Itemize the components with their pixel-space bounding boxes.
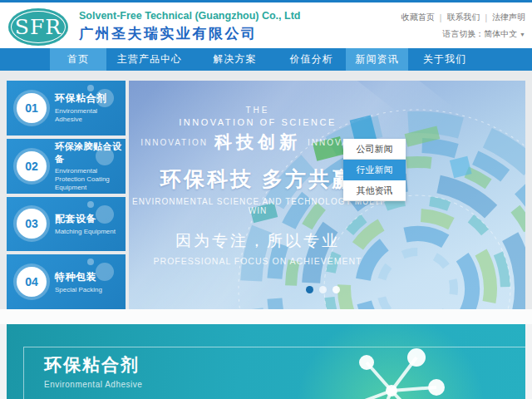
link-bookmark-home[interactable]: 收藏首页 xyxy=(401,12,435,23)
banner-line3-left: INNOVATION xyxy=(140,138,208,147)
product-section-wrapper: 环保粘合剂 Environmental Adhesive xyxy=(0,324,532,390)
carousel-dot-3[interactable] xyxy=(332,286,340,293)
dropdown-item-industry-news[interactable]: 行业新闻 xyxy=(343,160,406,180)
nav-item-about[interactable]: 关于我们 xyxy=(408,48,481,71)
sidebar-item-subtitle: Special Packing xyxy=(55,286,102,294)
sidebar-item-matching-equipment[interactable]: 03 配套设备 Matching Equipment xyxy=(7,197,126,252)
language-switcher[interactable]: 语言切换：简体中文 ▼ xyxy=(401,28,525,40)
carousel-dot-2[interactable] xyxy=(319,286,327,293)
decor-bubble xyxy=(87,143,94,150)
nav-item-home[interactable]: 首页 xyxy=(50,48,106,71)
company-name-block: Solvent-Free Technical (Guangzhou) Co., … xyxy=(79,10,300,43)
decor-bubble xyxy=(87,201,94,208)
product-category-sidebar: 01 环保粘合剂 Environmental Adhesive 02 环保涂胶贴… xyxy=(7,81,126,309)
link-separator: | xyxy=(440,13,442,22)
company-name-en: Solvent-Free Technical (Guangzhou) Co., … xyxy=(79,10,300,22)
company-logo[interactable]: SFR xyxy=(8,8,68,46)
banner-line1: THE xyxy=(129,106,387,115)
decor-bubble xyxy=(96,89,114,107)
section-gap xyxy=(0,309,532,324)
banner-slogan-en: PROFESSIONAL FOCUS ON ACHIEVEMENT xyxy=(129,256,387,266)
product-section-subtitle: Environmental Adhesive xyxy=(44,380,142,389)
banner-line3-center: 科技创新 xyxy=(214,131,301,154)
main-nav: 首页 主营产品中心 解决方案 价值分析 新闻资讯 关于我们 xyxy=(0,48,532,71)
dropdown-item-company-news[interactable]: 公司新闻 xyxy=(343,139,406,160)
decor-bubble xyxy=(96,263,114,281)
carousel-dots xyxy=(306,286,340,293)
top-links: 收藏首页 | 联系我们 | 法律声明 xyxy=(401,12,525,23)
hero-banner-slide: THE INNOVATION OF SCIENCE INNOVATION 科技创… xyxy=(129,81,525,309)
banner-line2: INNOVATION OF SCIENCE xyxy=(129,117,387,127)
sidebar-item-subtitle: Matching Equipment xyxy=(55,228,116,236)
item-number-badge: 04 xyxy=(17,267,47,297)
hero-region: 01 环保粘合剂 Environmental Adhesive 02 环保涂胶贴… xyxy=(0,71,532,309)
decor-bubble xyxy=(87,85,94,91)
nav-item-solutions[interactable]: 解决方案 xyxy=(193,48,277,71)
language-label: 语言切换：简体中文 xyxy=(442,29,517,38)
site-header: SFR Solvent-Free Technical (Guangzhou) C… xyxy=(0,2,532,48)
chevron-down-icon: ▼ xyxy=(520,32,525,37)
carousel-dot-1[interactable] xyxy=(306,286,313,293)
sidebar-item-subtitle: Environmental Protection Coating Equipme… xyxy=(55,167,126,192)
decor-bubble xyxy=(96,205,114,224)
sidebar-item-title: 环保粘合剂 xyxy=(55,91,126,106)
nav-item-products[interactable]: 主营产品中心 xyxy=(106,48,193,71)
link-legal-notice[interactable]: 法律声明 xyxy=(492,12,525,23)
dropdown-item-other-news[interactable]: 其他资讯 xyxy=(343,180,406,201)
nav-item-news[interactable]: 新闻资讯 xyxy=(346,48,408,71)
item-number-badge: 02 xyxy=(17,151,47,181)
sidebar-item-subtitle: Environmental Adhesive xyxy=(55,107,126,124)
product-section-title: 环保粘合剂 xyxy=(44,353,142,377)
molecule-graphic xyxy=(327,339,468,399)
news-dropdown-menu: 公司新闻 行业新闻 其他资讯 xyxy=(343,139,406,201)
item-number-badge: 03 xyxy=(17,209,47,239)
banner-slogan: 因为专注，所以专业 xyxy=(129,230,387,252)
item-number-badge: 01 xyxy=(17,93,47,123)
link-contact-us[interactable]: 联系我们 xyxy=(446,12,480,23)
decor-bubble xyxy=(96,147,114,165)
product-section-banner[interactable]: 环保粘合剂 Environmental Adhesive xyxy=(7,324,525,399)
decor-bubble xyxy=(87,259,94,265)
header-utility: 收藏首页 | 联系我们 | 法律声明 语言切换：简体中文 ▼ xyxy=(401,12,525,40)
sidebar-item-coating-equipment[interactable]: 02 环保涂胶贴合设备 Environmental Protection Coa… xyxy=(7,139,126,194)
sidebar-item-adhesive[interactable]: 01 环保粘合剂 Environmental Adhesive xyxy=(7,81,126,135)
nav-item-value[interactable]: 价值分析 xyxy=(277,48,346,71)
logo-text: SFR xyxy=(15,15,62,39)
sidebar-item-special-packing[interactable]: 04 特种包装 Special Packing xyxy=(7,254,126,309)
company-name-cn: 广州圣夫瑞实业有限公司 xyxy=(79,24,300,43)
link-separator: | xyxy=(485,13,487,22)
